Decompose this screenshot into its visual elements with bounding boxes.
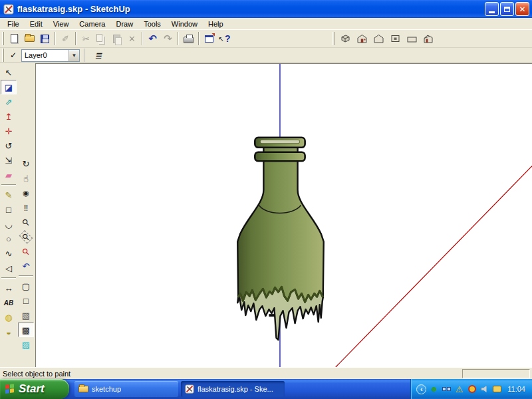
text-icon: AB xyxy=(4,299,13,307)
undo-icon: ↶ xyxy=(148,33,157,45)
maximize-button[interactable] xyxy=(500,2,514,16)
model-info-button[interactable] xyxy=(201,31,217,46)
layer-visible-check[interactable]: ✓ xyxy=(7,49,20,62)
zoom-extents-tool-button[interactable]: ⚲ xyxy=(18,244,34,259)
menu-view[interactable]: View xyxy=(48,19,74,29)
menu-camera[interactable]: Camera xyxy=(74,19,110,29)
print-icon xyxy=(184,37,194,43)
top-view-icon xyxy=(390,34,401,43)
security-alert-tray-icon[interactable]: ⚠ xyxy=(454,384,464,394)
wireframe-mode-button[interactable]: ▢ xyxy=(18,279,34,293)
shaded-mode-button[interactable]: ▧ xyxy=(18,308,34,323)
back-view-button[interactable] xyxy=(370,31,387,46)
paste-icon xyxy=(113,35,120,43)
volume-tray-icon[interactable] xyxy=(479,384,489,394)
drawing-canvas[interactable] xyxy=(35,63,532,367)
print-button[interactable] xyxy=(181,31,196,46)
cut-button[interactable]: ✂ xyxy=(78,31,94,46)
eraser-tool-button[interactable]: ▰ xyxy=(1,168,17,182)
rectangle-icon: □ xyxy=(6,205,11,215)
protractor-tool-button[interactable]: ◒ xyxy=(1,325,17,339)
save-button[interactable] xyxy=(37,31,53,46)
menu-draw[interactable]: Draw xyxy=(110,19,138,29)
redo-button[interactable]: ↷ xyxy=(160,31,176,46)
perspective-view-button[interactable] xyxy=(420,31,437,46)
copy-icon xyxy=(96,34,102,42)
delete-button[interactable]: ✕ xyxy=(124,31,140,46)
tape-measure-tool-button[interactable]: ◍ xyxy=(1,310,17,325)
text-tool-button[interactable]: AB xyxy=(1,295,17,310)
layer-combobox[interactable]: Layer0 ▼ xyxy=(21,49,80,62)
bottle-model[interactable] xyxy=(237,138,324,340)
dimension-tool-button[interactable]: ↔ xyxy=(1,281,17,295)
rotate-tool-button[interactable]: ↺ xyxy=(1,138,17,153)
arc-tool-button[interactable]: ◡ xyxy=(1,217,17,231)
menu-window[interactable]: Window xyxy=(166,19,203,29)
iso-view-button[interactable] xyxy=(337,31,354,46)
offset-tool-button[interactable]: ↥ xyxy=(1,109,17,124)
new-document-icon xyxy=(11,34,18,43)
menu-edit[interactable]: Edit xyxy=(25,19,48,29)
protractor-icon: ◒ xyxy=(6,327,11,337)
xray-mode-button[interactable]: ▨ xyxy=(18,337,34,352)
new-button[interactable] xyxy=(7,31,22,46)
menu-tools[interactable]: Tools xyxy=(138,19,166,29)
chevron-down-icon[interactable]: ▼ xyxy=(68,50,79,61)
paste-button[interactable] xyxy=(109,31,124,46)
textured-mode-button[interactable]: ▩ xyxy=(18,323,34,337)
look-around-tool-button[interactable]: ◉ xyxy=(18,186,34,200)
start-button[interactable]: Start xyxy=(0,379,69,399)
messenger-tray-icon[interactable]: ☻ xyxy=(429,384,439,394)
open-button[interactable] xyxy=(22,31,37,46)
front-view-icon xyxy=(356,34,368,43)
zoom-tool-button[interactable]: ⚲ xyxy=(18,215,34,229)
previous-camera-button[interactable]: ↶ xyxy=(18,259,34,273)
top-view-button[interactable] xyxy=(387,31,404,46)
front-view-button[interactable] xyxy=(354,31,370,46)
push-pull-tool-button[interactable]: ⇗ xyxy=(1,94,17,109)
hide-icons-button[interactable]: ‹ xyxy=(416,384,426,394)
task-button-sketchup-file[interactable]: flaskatrasig.skp - Ske... xyxy=(181,381,285,397)
side-view-icon xyxy=(406,34,418,43)
toolbar-grip[interactable] xyxy=(2,32,4,45)
menu-help[interactable]: Help xyxy=(203,19,229,29)
main-area: ↖ ◪ ⇗ ↥ ✛ ↺ ⇲ ▰ ✎ □ ◡ ○ ∿ ◁ ↔ AB ◍ ◒ xyxy=(0,63,532,367)
pan-tool-button[interactable]: ☝ xyxy=(18,171,34,186)
hidden-line-mode-button[interactable]: □ xyxy=(18,293,34,308)
layer-toolbar-grip[interactable] xyxy=(2,49,4,62)
display-tray-icon[interactable] xyxy=(492,384,502,394)
network-tray-icon[interactable] xyxy=(442,384,452,394)
freehand-tool-button[interactable]: ∿ xyxy=(1,246,17,261)
status-bar: Select object to paint xyxy=(0,367,532,379)
context-help-button[interactable]: ↖? xyxy=(217,31,232,46)
bottle-lip-highlight xyxy=(260,140,299,143)
close-icon: ✕ xyxy=(519,5,525,14)
views-toolbar-grip[interactable] xyxy=(332,32,334,45)
task-button-sketchup-folder[interactable]: sketchup xyxy=(74,381,178,397)
layer-manager-button[interactable]: ≣ xyxy=(90,49,108,62)
line-tool-button[interactable]: ✎ xyxy=(1,188,17,202)
minimize-button[interactable] xyxy=(485,2,499,16)
wireframe-box-icon: ▢ xyxy=(22,281,30,291)
layer-toolbar: ✓ Layer0 ▼ ≣ xyxy=(0,48,532,63)
polygon-tool-button[interactable]: ◁ xyxy=(1,261,17,275)
quicktime-tray-icon[interactable] xyxy=(467,384,477,394)
select-tool-button[interactable]: ↖ xyxy=(1,65,17,80)
undo-button[interactable]: ↶ xyxy=(145,31,160,46)
move-tool-button[interactable]: ✛ xyxy=(1,124,17,138)
scale-tool-button[interactable]: ⇲ xyxy=(1,153,17,168)
copy-button[interactable] xyxy=(94,31,109,46)
rectangle-tool-button[interactable]: □ xyxy=(1,202,17,217)
red-axis-line xyxy=(336,166,532,367)
orbit-tool-button[interactable]: ↻ xyxy=(18,156,34,171)
walk-tool-button[interactable]: ‼ xyxy=(18,200,34,215)
close-button[interactable]: ✕ xyxy=(515,2,529,16)
circle-tool-button[interactable]: ○ xyxy=(1,231,17,246)
zoom-window-tool-button[interactable]: ⚲ xyxy=(18,229,34,244)
menu-file[interactable]: File xyxy=(2,19,25,29)
measurements-box[interactable] xyxy=(462,369,530,378)
textured-box-icon: ▩ xyxy=(22,325,30,335)
side-view-button[interactable] xyxy=(404,31,420,46)
paint-bucket-tool-button[interactable]: ◪ xyxy=(1,80,17,94)
make-component-button[interactable]: ✐ xyxy=(58,31,73,46)
